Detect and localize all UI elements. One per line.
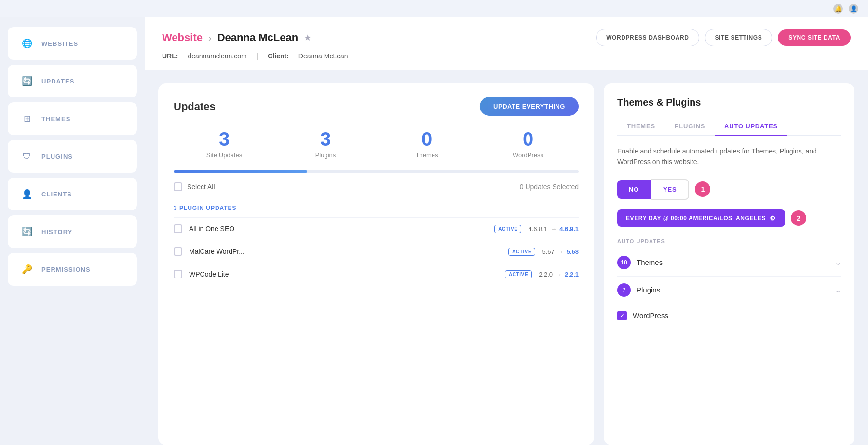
stat-wordpress-label: WordPress (477, 152, 579, 159)
plugin-2-status: ACTIVE (508, 248, 535, 256)
plugin-1-version: 4.6.8.1 → 4.6.9.1 (528, 225, 579, 233)
stat-site-updates: 3 Site Updates (174, 129, 275, 159)
step-2-badge: 2 (791, 210, 806, 226)
header-top-row: Website › Deanna McLean ★ WORDPRESS DASH… (162, 29, 851, 46)
updates-title: Updates (174, 100, 216, 113)
wordpress-checkbox[interactable]: ✓ (617, 311, 627, 320)
themes-count-badge: 10 (617, 256, 631, 269)
gear-icon: ⚙ (770, 214, 776, 222)
sidebar-item-websites[interactable]: 🌐 WEBSITES (8, 27, 137, 60)
bell-icon[interactable]: 🔔 (833, 4, 843, 14)
stat-plugins-label: Plugins (275, 152, 376, 159)
plugin-1-checkbox[interactable] (174, 224, 182, 233)
plugin-row: MalCare WordPr... ACTIVE 5.67 → 5.68 (174, 240, 579, 263)
globe-icon: 🌐 (19, 36, 35, 51)
main-content: Website › Deanna McLean ★ WORDPRESS DASH… (145, 17, 868, 445)
progress-bar (174, 170, 579, 173)
plugin-3-status: ACTIVE (505, 270, 532, 278)
toggle-yes-button[interactable]: YES (651, 179, 689, 200)
select-all-label[interactable]: Select All (187, 183, 215, 191)
plugins-icon: 🛡 (19, 149, 35, 164)
auto-updates-wordpress-row: ✓ WordPress (617, 304, 841, 327)
plugin-3-version: 2.2.0 → 2.2.1 (539, 271, 579, 278)
sidebar-item-websites-label: WEBSITES (41, 40, 78, 47)
sidebar-item-history-label: HISTORY (41, 228, 72, 236)
progress-bar-fill (174, 170, 307, 173)
sidebar-item-permissions[interactable]: 🔑 PERMISSIONS (8, 253, 137, 286)
themes-plugins-title: Themes & Plugins (617, 97, 841, 108)
stat-plugins: 3 Plugins (275, 129, 376, 159)
main-layout: 🌐 WEBSITES 🔄 UPDATES ⊞ THEMES 🛡 PLUGINS … (0, 17, 868, 445)
plugin-1-status: ACTIVE (494, 225, 521, 233)
sidebar-item-updates-label: UPDATES (41, 78, 74, 85)
breadcrumb-website[interactable]: Website (162, 31, 203, 44)
schedule-row: EVERY DAY @ 00:00 AMERICA/LOS_ANGELES ⚙ … (617, 209, 841, 227)
updates-selected-count: 0 Updates Selected (520, 183, 579, 191)
tab-auto-updates[interactable]: AUTO UPDATES (715, 118, 787, 136)
plugin-3-version-from: 2.2.0 (539, 271, 553, 278)
plugin-1-version-from: 4.6.8.1 (528, 225, 547, 233)
update-everything-button[interactable]: UPDATE EVERYTHING (480, 97, 579, 116)
schedule-pill[interactable]: EVERY DAY @ 00:00 AMERICA/LOS_ANGELES ⚙ (617, 209, 785, 227)
auto-updates-plugins-row[interactable]: 7 Plugins ⌄ (617, 277, 841, 304)
stat-themes: 0 Themes (376, 129, 477, 159)
auto-updates-section-label: AUTO UPDATES (617, 238, 841, 244)
toggle-no-button[interactable]: NO (617, 180, 651, 199)
sync-site-data-button[interactable]: SYNC SITE DATA (778, 29, 851, 46)
updates-icon: 🔄 (19, 73, 35, 89)
top-bar-icons: 🔔 👤 (833, 4, 858, 14)
header-meta-row: URL: deannamclean.com | Client: Deanna M… (162, 52, 851, 60)
plugins-count-badge: 7 (617, 283, 631, 297)
content-area: Updates UPDATE EVERYTHING 3 Site Updates… (145, 70, 868, 445)
breadcrumb-site-name: Deanna McLean (217, 31, 298, 44)
tab-plugins[interactable]: PLUGINS (665, 118, 715, 136)
select-all-checkbox[interactable] (174, 182, 182, 191)
updates-header: Updates UPDATE EVERYTHING (174, 97, 579, 116)
stat-wordpress: 0 WordPress (477, 129, 579, 159)
plugin-2-version-to: 5.68 (567, 248, 579, 255)
stat-site-updates-number: 3 (174, 129, 275, 149)
sidebar-item-clients[interactable]: 👤 CLIENTS (8, 178, 137, 210)
stats-row: 3 Site Updates 3 Plugins 0 Themes 0 Word… (174, 129, 579, 159)
header-title-group: Website › Deanna McLean ★ (162, 31, 312, 44)
stat-wordpress-number: 0 (477, 129, 579, 149)
select-all-left: Select All (174, 182, 215, 191)
clients-icon: 👤 (19, 186, 35, 202)
site-settings-button[interactable]: SITE SETTINGS (705, 29, 773, 46)
plugin-row: All in One SEO ACTIVE 4.6.8.1 → 4.6.9.1 (174, 217, 579, 240)
plugin-updates-section-label: 3 PLUGIN UPDATES (174, 205, 579, 211)
client-label: Client: (268, 52, 289, 60)
url-value: deannamclean.com (188, 52, 246, 60)
client-value: Deanna McLean (298, 52, 348, 60)
plugin-2-version-from: 5.67 (542, 248, 554, 255)
plugin-2-name: MalCare WordPr... (189, 248, 502, 255)
tabs-row: THEMES PLUGINS AUTO UPDATES (617, 118, 841, 136)
wordpress-dashboard-button[interactable]: WORDPRESS DASHBOARD (596, 29, 699, 46)
url-label: URL: (162, 52, 178, 60)
sidebar-item-plugins[interactable]: 🛡 PLUGINS (8, 140, 137, 173)
page-header: Website › Deanna McLean ★ WORDPRESS DASH… (145, 17, 868, 70)
auto-updates-description: Enable and schedule automated updates fo… (617, 146, 841, 167)
stat-site-updates-label: Site Updates (174, 152, 275, 159)
plugins-expand-label: Plugins (637, 286, 835, 294)
favorite-icon[interactable]: ★ (304, 32, 312, 43)
sidebar-item-themes[interactable]: ⊞ THEMES (8, 102, 137, 135)
stat-themes-label: Themes (376, 152, 477, 159)
tab-themes[interactable]: THEMES (617, 118, 665, 136)
sidebar-item-clients-label: CLIENTS (41, 191, 72, 198)
plugin-2-version: 5.67 → 5.68 (542, 248, 579, 255)
plugin-3-checkbox[interactable] (174, 270, 182, 278)
step-1-badge: 1 (695, 181, 710, 197)
plugin-1-name: All in One SEO (189, 225, 488, 233)
select-all-row: Select All 0 Updates Selected (174, 182, 579, 197)
plugin-1-version-to: 4.6.9.1 (559, 225, 579, 233)
schedule-text: EVERY DAY @ 00:00 AMERICA/LOS_ANGELES (626, 215, 766, 222)
plugin-2-checkbox[interactable] (174, 247, 182, 256)
top-bar: 🔔 👤 (0, 0, 868, 17)
sidebar-item-history[interactable]: 🔄 HISTORY (8, 215, 137, 248)
profile-icon[interactable]: 👤 (849, 4, 858, 14)
themes-chevron-icon: ⌄ (835, 258, 841, 267)
auto-updates-themes-row[interactable]: 10 Themes ⌄ (617, 249, 841, 277)
breadcrumb-separator: › (208, 32, 212, 43)
sidebar-item-updates[interactable]: 🔄 UPDATES (8, 65, 137, 97)
